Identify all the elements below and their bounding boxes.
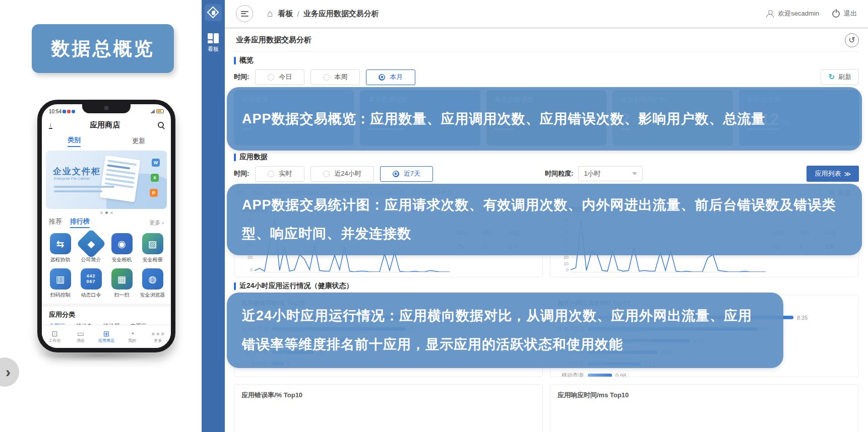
page-title-row: 业务应用数据交易分析 ↺	[234, 29, 859, 52]
app-item-扫一扫[interactable]: ▦扫一扫	[106, 268, 137, 299]
annotation-overlay-health: 近24小时应用运行情况：应用横向数据对比，从调用次数、应用外网出流量、应用错误率…	[227, 293, 783, 368]
app-item-安全浏览器[interactable]: ◍安全浏览器	[137, 268, 168, 299]
app-list-button[interactable]: 应用列表 ≫	[807, 166, 859, 182]
app-item-安全相机[interactable]: ◉安全相机	[106, 233, 137, 263]
phone-shadow	[35, 348, 166, 362]
section-app-data: 应用数据	[234, 151, 859, 164]
y-tick: 20	[564, 255, 569, 260]
y-tick: 20	[247, 255, 253, 260]
power-icon[interactable]	[832, 10, 840, 18]
app-item-安全相册[interactable]: ▨安全相册	[137, 233, 168, 263]
rank-tabs-row: 推荐排行榜 更多 ›	[42, 215, 171, 228]
app-icon-扫一扫: ▦	[111, 268, 133, 290]
logout-link[interactable]: 退出	[844, 9, 857, 18]
hbar-value: 8.35	[797, 315, 808, 321]
home-icon[interactable]: ⌂	[267, 8, 273, 19]
app-icon-安全浏览器: ◍	[142, 268, 163, 290]
line-charts-wrap: 说明：Max、Min和Avg数值统计为当前折线图内所有点的最大值、最小值和平均值…	[234, 185, 859, 277]
pagination-dot[interactable]	[100, 211, 103, 214]
hbar-label: 移动查询	[557, 372, 588, 377]
page-title: 业务应用数据交易分析	[234, 35, 312, 45]
tabbar-label: 消息	[77, 338, 85, 343]
refresh-button[interactable]: ↻ 刷新	[821, 69, 859, 85]
time-option-近7天[interactable]: 近7天	[380, 166, 433, 182]
option-label: 近7天	[404, 169, 420, 178]
banner-line-decor	[54, 190, 102, 192]
banner-line-decor	[54, 186, 114, 188]
chart-title: 应用错误率/% Top10	[241, 391, 535, 400]
tabbar-label: 应用商店	[98, 338, 114, 343]
time-option-本月[interactable]: 本月	[366, 69, 415, 85]
phone-app-header: ↓ 应用商店	[42, 116, 171, 133]
search-icon[interactable]	[158, 122, 164, 128]
hamburger-icon	[241, 11, 249, 17]
granularity-value: 1小时	[584, 169, 600, 178]
more-link[interactable]: 更多 ›	[149, 219, 164, 227]
app-label: 安全相册	[143, 256, 163, 263]
camera-dot	[104, 106, 109, 110]
app-item-公司简介[interactable]: ◆公司简介	[76, 233, 106, 263]
granularity-group: 时间粒度: 1小时	[545, 166, 643, 181]
brand-logo-icon[interactable]	[205, 4, 222, 21]
hbar-track: 0.98	[588, 373, 851, 378]
time-filter-label: 时间:	[234, 73, 249, 82]
chevron-down-icon	[632, 172, 637, 175]
chart-title: 应用响应时间/ms Top10	[557, 391, 851, 400]
app-data-time-options: 实时近24小时近7天	[255, 166, 433, 182]
glyph: ◆	[87, 239, 95, 249]
section-marker	[234, 57, 236, 64]
time-option-今日[interactable]: 今日	[255, 69, 304, 85]
tabbar-item-更多[interactable]: ∘∘∘更多	[145, 330, 171, 343]
tab-推荐[interactable]: 推荐	[49, 217, 62, 228]
tabbar-label: 我的	[128, 338, 136, 343]
tabbar-item-应用商店[interactable]: ⊞应用商店	[93, 330, 119, 343]
banner-card[interactable]: 企业文件柜 Enterprise File Cabinet WXP	[46, 151, 167, 209]
breadcrumb-home[interactable]: 看板	[278, 9, 293, 19]
radio-icon	[379, 74, 385, 81]
time-option-本周[interactable]: 本周	[311, 69, 360, 85]
tabbar-item-工作台[interactable]: ⊡工作台	[42, 330, 68, 343]
phone-top-tabs: 类别更新	[42, 133, 171, 149]
sidebar-item-kanban[interactable]: 看板	[202, 29, 225, 57]
tabbar-icon: ⊡	[51, 330, 58, 337]
collapse-menu-button[interactable]	[236, 5, 253, 22]
tab-类别[interactable]: 类别	[68, 135, 81, 147]
tabbar-item-消息[interactable]: ▭消息	[68, 330, 93, 343]
granularity-select[interactable]: 1小时	[578, 166, 643, 181]
tab-排行榜[interactable]: 排行榜	[70, 217, 90, 228]
file-badge-X: X	[151, 174, 159, 182]
app-item-动态口令[interactable]: 442067动态口令	[76, 268, 106, 299]
health-charts-wrap: 应用被调用数/次 Top10 移动OA69安全浏览器45用户端27短信网关14附…	[234, 295, 859, 377]
pagination-dot[interactable]	[110, 211, 113, 214]
dashboard-sidebar: 看板	[202, 0, 225, 432]
topbar-right: 欢迎secadmin 退出	[766, 9, 857, 18]
pagination-dot[interactable]	[105, 211, 108, 214]
app-grid: ⇆远程协助◆公司简介◉安全相机▨安全相册▥扫码控制442067动态口令▦扫一扫◍…	[42, 228, 171, 301]
app-label: 远程协助	[50, 256, 71, 263]
app-icon-安全相机: ◉	[111, 233, 133, 254]
annotation-overlay-overview: APP数据交易概览：应用数量、应用调用次数、应用错误次数、影响用户数、总流量	[227, 87, 862, 151]
app-item-扫码控制[interactable]: ▥扫码控制	[45, 268, 76, 299]
time-option-实时[interactable]: 实时	[255, 166, 304, 182]
chart-card-response-time-top10: 应用响应时间/ms Top10	[550, 384, 859, 432]
granularity-label: 时间粒度:	[545, 169, 573, 178]
banner-pagination-dots[interactable]	[42, 209, 171, 215]
expand-chevron-button[interactable]: ›	[0, 357, 19, 387]
app-item-远程协助[interactable]: ⇆远程协助	[45, 233, 76, 263]
overview-filter-row: 时间: 今日本周本月 ↻ 刷新	[234, 67, 859, 87]
banner-doc-illustration	[99, 156, 140, 202]
bottom-chart-cards: 应用错误率/% Top10 应用响应时间/ms Top10	[234, 384, 859, 432]
tabbar-item-我的[interactable]: ◔我的	[119, 330, 145, 343]
phone-notch	[82, 103, 131, 113]
tabbar-icon: ⊞	[103, 330, 110, 337]
file-badge-P: P	[150, 189, 158, 197]
dashboard-topbar: ⌂ 看板 / 业务应用数据交易分析 欢迎secadmin 退出	[225, 0, 868, 29]
time-option-近24小时[interactable]: 近24小时	[311, 166, 374, 182]
phone-app-title: 应用商店	[52, 120, 158, 130]
tab-更新[interactable]: 更新	[132, 136, 145, 146]
y-tick: 0	[250, 267, 253, 272]
app-icon-动态口令: 442067	[81, 268, 102, 290]
back-button[interactable]: ↺	[845, 33, 859, 47]
section-overview: 概览	[234, 54, 859, 67]
app-data-filter-row: 时间: 实时近24小时近7天 时间粒度: 1小时 应用列表 ≫	[234, 164, 859, 184]
